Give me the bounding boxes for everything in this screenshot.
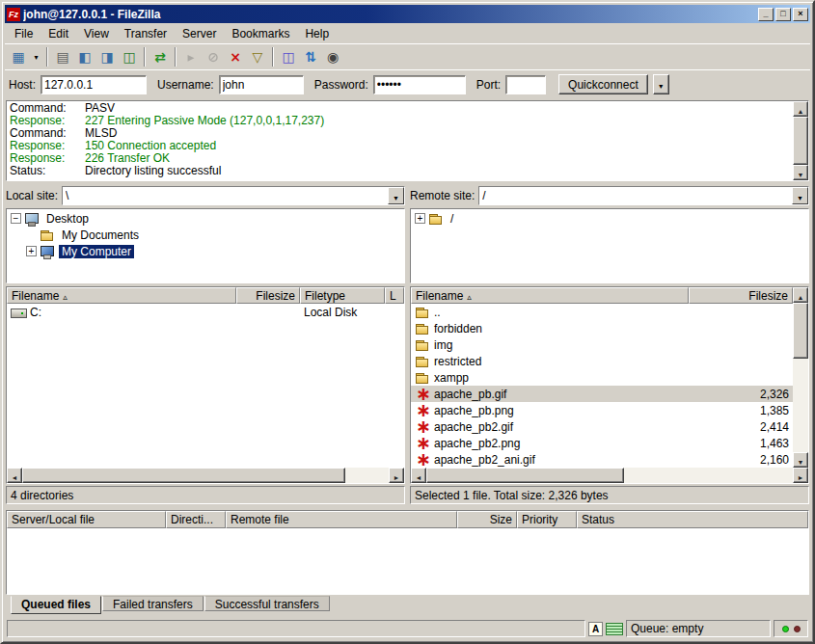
minimize-button[interactable]: _ <box>758 8 774 21</box>
scrollbar-thumb[interactable] <box>426 468 624 483</box>
desktop-icon <box>24 212 41 226</box>
tree-expander-icon[interactable]: + <box>415 213 425 224</box>
scroll-up-button[interactable] <box>793 287 808 303</box>
password-input[interactable] <box>373 75 466 94</box>
remote-horizontal-scrollbar[interactable] <box>411 468 808 483</box>
tab-queued-files[interactable]: Queued files <box>11 596 101 614</box>
scrollbar-thumb[interactable] <box>793 117 808 165</box>
file-size-cell: 2,414 <box>689 420 793 434</box>
port-input[interactable] <box>505 75 546 94</box>
tree-expander-icon[interactable]: − <box>11 213 21 224</box>
column-header-filesize[interactable]: Filesize <box>236 287 300 304</box>
tree-label: Desktop <box>43 212 92 226</box>
file-row-apache-pb-png[interactable]: apache_pb.png1,385 <box>411 402 793 418</box>
scroll-left-button[interactable] <box>7 468 22 483</box>
toggle-remote-tree-icon[interactable]: ◨ <box>96 46 118 67</box>
menu-edit[interactable]: Edit <box>41 25 76 42</box>
file-row-apache-pb2-png[interactable]: apache_pb2.png1,463 <box>411 435 793 451</box>
file-row-c[interactable]: C:Local Disk <box>7 304 404 320</box>
remote-file-list: ..forbiddenimgrestrictedxamppapache_pb.g… <box>411 304 793 468</box>
menu-view[interactable]: View <box>76 25 117 42</box>
chevron-down-icon <box>658 78 665 92</box>
menu-transfer[interactable]: Transfer <box>117 25 175 42</box>
tree-label: My Computer <box>59 245 134 258</box>
filter-icon[interactable]: ▽ <box>247 46 268 67</box>
menu-help[interactable]: Help <box>297 25 337 42</box>
column-header-filename[interactable]: Filename <box>7 287 236 304</box>
maximize-button[interactable]: □ <box>775 8 791 21</box>
username-input[interactable] <box>219 75 304 94</box>
menu-file[interactable]: File <box>7 25 41 42</box>
find-files-icon[interactable]: ◉ <box>322 46 343 67</box>
tree-item-item[interactable]: +/ <box>411 210 808 227</box>
column-header-remote-file[interactable]: Remote file <box>226 511 457 528</box>
column-header-size[interactable]: Size <box>457 511 517 528</box>
site-manager-icon[interactable]: ▦ <box>8 46 29 67</box>
file-name-cell: apache_pb.gif <box>411 388 689 401</box>
scroll-left-button[interactable] <box>411 468 426 483</box>
quickconnect-button[interactable]: Quickconnect <box>558 74 648 94</box>
directory-comparison-icon[interactable]: ◫ <box>278 46 299 67</box>
column-header-filetype[interactable]: Filetype <box>300 287 385 304</box>
refresh-icon[interactable]: ⇄ <box>149 46 171 67</box>
column-header-filename[interactable]: Filename <box>411 287 689 304</box>
tree-expander-icon[interactable]: + <box>26 246 37 256</box>
file-row-apache-pb-gif[interactable]: apache_pb.gif2,326 <box>411 386 793 402</box>
close-button[interactable]: × <box>793 8 808 21</box>
column-header-priority[interactable]: Priority <box>517 511 577 528</box>
column-header-filesize[interactable]: Filesize <box>689 287 793 304</box>
remote-vertical-scrollbar[interactable] <box>793 287 808 468</box>
tab-successful-transfers[interactable]: Successful transfers <box>204 596 330 611</box>
queue-body[interactable] <box>7 528 808 594</box>
menu-bookmarks[interactable]: Bookmarks <box>224 25 297 42</box>
column-header-directi[interactable]: Directi... <box>166 511 226 528</box>
scroll-down-button[interactable] <box>793 165 808 180</box>
remote-site-dropdown-button[interactable] <box>792 187 808 204</box>
message-log-scrollbar[interactable] <box>793 101 808 180</box>
toolbar-separator <box>46 47 48 67</box>
arrow-up-icon <box>798 288 804 303</box>
remote-site-input[interactable] <box>479 187 792 204</box>
column-header-label: Priority <box>522 513 557 526</box>
column-header-l[interactable]: L <box>385 287 404 304</box>
local-directory-tree: −DesktopMy Documents+My Computer <box>6 208 405 283</box>
column-header-server-local-file[interactable]: Server/Local file <box>7 511 166 528</box>
toggle-message-log-icon[interactable]: ▤ <box>52 46 73 67</box>
file-row-img[interactable]: img <box>411 336 793 353</box>
tree-item-my-computer[interactable]: +My Computer <box>7 243 404 259</box>
tab-failed-transfers[interactable]: Failed transfers <box>102 596 204 611</box>
scroll-up-button[interactable] <box>793 101 808 117</box>
menu-server[interactable]: Server <box>175 25 224 42</box>
column-header-label: Filename <box>12 289 59 303</box>
host-input[interactable] <box>41 75 147 94</box>
file-row-apache-pb2-ani-gif[interactable]: apache_pb2_ani.gif2,160 <box>411 451 793 468</box>
scrollbar-thumb[interactable] <box>793 303 808 359</box>
local-site-input[interactable] <box>63 187 388 204</box>
column-header-status[interactable]: Status <box>577 511 808 528</box>
file-broken-icon <box>415 437 431 450</box>
titlebar[interactable]: Fz john@127.0.0.1 - FileZilla _□× <box>5 5 810 23</box>
file-row-parent-directory[interactable]: .. <box>411 304 793 320</box>
tree-item-desktop[interactable]: −Desktop <box>7 210 404 227</box>
scroll-down-button[interactable] <box>793 452 808 468</box>
tree-item-my-documents[interactable]: My Documents <box>7 227 404 243</box>
remote-site-combo[interactable] <box>478 186 809 205</box>
arrow-up-icon <box>798 102 804 117</box>
file-name-cell: .. <box>411 306 689 319</box>
toggle-local-tree-icon[interactable]: ◧ <box>74 46 95 67</box>
quickconnect-dropdown-button[interactable] <box>653 74 669 94</box>
local-site-combo[interactable] <box>62 186 405 205</box>
file-row-xampp[interactable]: xampp <box>411 369 793 386</box>
scroll-right-button[interactable] <box>793 468 808 483</box>
file-row-restricted[interactable]: restricted <box>411 353 793 369</box>
file-row-forbidden[interactable]: forbidden <box>411 320 793 336</box>
cancel-icon[interactable]: × <box>225 46 246 67</box>
synchronized-browsing-icon[interactable]: ⇅ <box>300 46 321 67</box>
local-horizontal-scrollbar[interactable] <box>7 468 404 483</box>
toggle-queue-icon[interactable]: ◫ <box>119 46 140 67</box>
scroll-right-button[interactable] <box>389 468 404 483</box>
site-manager-dropdown-icon[interactable]: ▾ <box>30 46 42 67</box>
local-site-dropdown-button[interactable] <box>388 187 404 204</box>
file-row-apache-pb2-gif[interactable]: apache_pb2.gif2,414 <box>411 418 793 435</box>
scrollbar-thumb[interactable] <box>22 468 345 483</box>
